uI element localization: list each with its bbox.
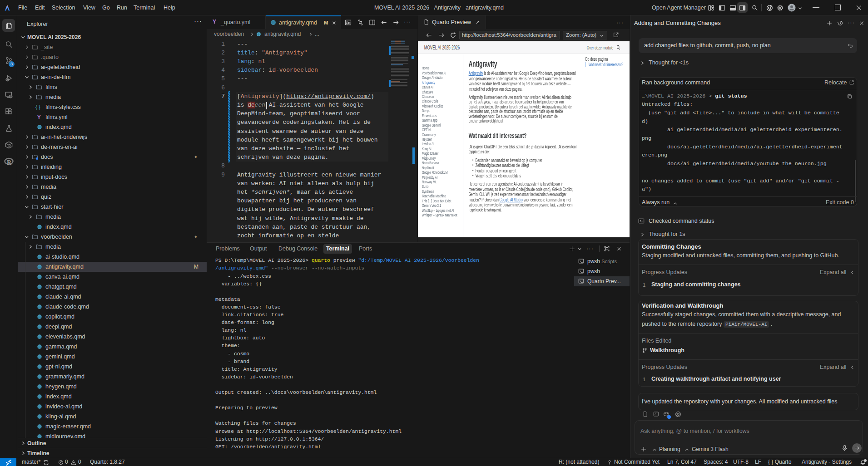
svg-text:R: R	[7, 159, 12, 166]
